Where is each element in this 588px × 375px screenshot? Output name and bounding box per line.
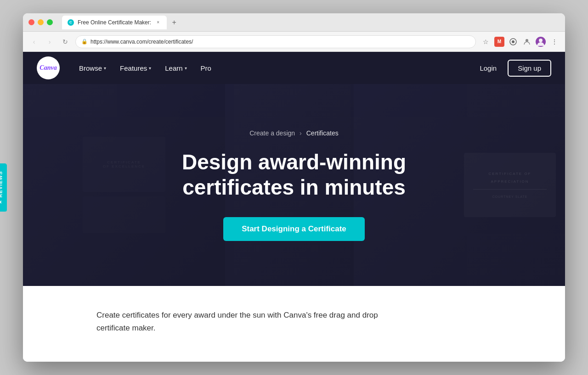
reviews-star-icon: ★ [0,199,3,204]
refresh-button[interactable]: ↻ [60,36,71,47]
nav-features[interactable]: Features ▾ [114,61,157,76]
svg-point-1 [512,40,514,43]
pro-label: Pro [201,64,211,72]
features-chevron-icon: ▾ [149,66,151,71]
cta-button[interactable]: Start Designing a Certificate [223,217,365,241]
address-right-icons: ☆ M ⋮ [481,37,560,47]
url-text: https://www.canva.com/create/certificate… [90,39,193,45]
hero-content: Create a design › Certificates Design aw… [156,129,432,241]
canva-logo[interactable]: Canva [37,56,60,79]
more-icon[interactable]: ⋮ [549,37,560,47]
lock-icon: 🔒 [81,39,88,45]
mac-window: C Free Online Certificate Maker: × + ‹ ›… [23,13,565,361]
browser-tab[interactable]: C Free Online Certificate Maker: × [62,16,167,29]
breadcrumb: Create a design › Certificates [156,129,432,137]
hero-title: Design award-winning certificates in min… [156,150,432,200]
below-hero-section: Create certificates for every award unde… [23,286,565,361]
learn-label: Learn [165,64,182,72]
maximize-button[interactable] [47,19,53,25]
browse-chevron-icon: ▾ [104,66,106,71]
tab-area: C Free Online Certificate Maker: × + [62,16,560,29]
cert-bg-line1: CERTIFICATE OF [488,172,531,176]
forward-button[interactable]: › [44,36,55,47]
svg-point-2 [526,39,528,42]
title-bar: C Free Online Certificate Maker: × + [23,13,565,32]
profile-icon[interactable] [522,37,532,47]
signup-button[interactable]: Sign up [508,60,551,77]
tab-close-button[interactable]: × [155,19,161,26]
breadcrumb-current: Certificates [306,129,339,137]
learn-chevron-icon: ▾ [185,66,187,71]
minimize-button[interactable] [38,19,44,25]
address-bar: ‹ › ↻ 🔒 https://www.canva.com/create/cer… [23,32,565,52]
nav-learn[interactable]: Learn ▾ [159,61,192,76]
extensions-icon[interactable] [508,37,518,47]
hero-section: CERTIFICATEOF EXCELLENCE CERTIFICATE OF … [23,84,565,286]
tab-favicon-icon: C [68,19,74,26]
cert-bg-line4: COURTNEY SLATE [492,195,528,198]
bookmarks-icon[interactable]: M [494,37,504,47]
url-bar[interactable]: 🔒 https://www.canva.com/create/certifica… [75,35,476,48]
svg-point-4 [539,39,543,42]
star-icon[interactable]: ☆ [481,37,491,47]
browse-label: Browse [79,64,102,72]
tab-title: Free Online Certificate Maker: [78,19,151,26]
features-label: Features [120,64,147,72]
canva-navbar: Canva Browse ▾ Features ▾ Learn ▾ Pro [23,52,565,84]
nav-browse[interactable]: Browse ▾ [74,61,112,76]
close-button[interactable] [28,19,34,25]
nav-pro[interactable]: Pro [195,61,217,76]
back-button[interactable]: ‹ [28,36,40,47]
page-content: Canva Browse ▾ Features ▾ Learn ▾ Pro [23,52,565,361]
reviews-label: REVIEWS [0,171,3,197]
reviews-tab[interactable]: ★ REVIEWS [0,163,7,212]
traffic-lights [28,19,53,25]
user-avatar[interactable] [536,37,546,47]
nav-links: Browse ▾ Features ▾ Learn ▾ Pro [74,61,474,76]
breadcrumb-separator: › [300,129,302,137]
cert-bg-line2: APPRECIATION [491,179,529,184]
new-tab-button[interactable]: + [169,17,180,28]
breadcrumb-parent[interactable]: Create a design [249,129,295,137]
below-hero-text: Create certificates for every award unde… [96,309,409,334]
login-button[interactable]: Login [474,61,502,76]
nav-right: Login Sign up [474,60,551,77]
